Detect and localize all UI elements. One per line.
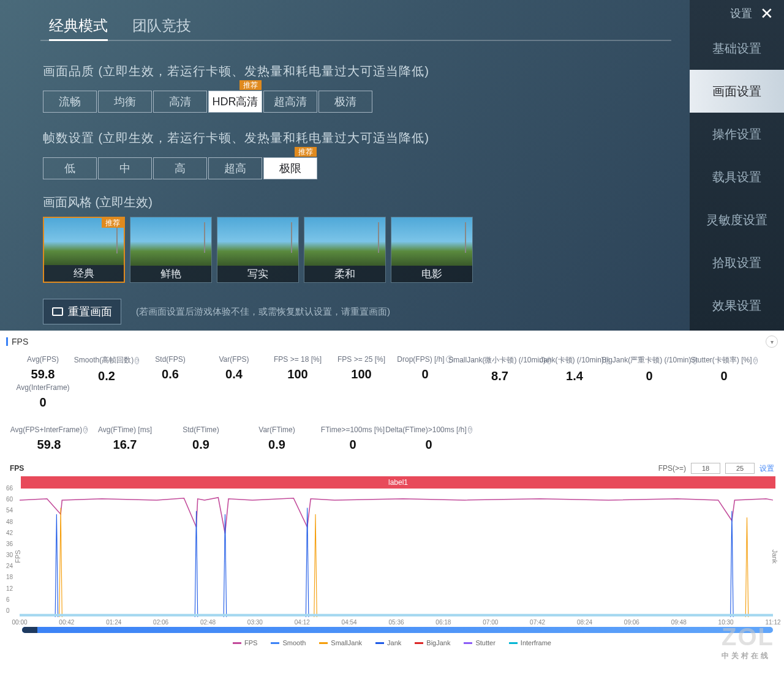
y-tick: 36 [6,541,13,547]
metric-Jankmin: Jank(卡顿) (/10min)?1.4 [543,355,606,383]
chart-legend: FPSSmoothSmallJankJankBigJankStutterInte… [6,639,778,646]
style-card-电影[interactable]: 电影 [391,217,473,283]
sidebar-item-3[interactable]: 载具设置 [690,155,784,198]
mode-tabs: 经典模式 团队竞技 [40,12,671,41]
metric-FTimems: FTime>=100ms [%]0 [315,425,391,452]
x-tick: 04:12 [295,619,310,626]
chart-settings-link[interactable]: 设置 [760,463,774,474]
style-label: 写实 [217,266,298,282]
style-card-写实[interactable]: 写实 [217,217,299,283]
x-tick: 07:00 [483,619,498,626]
fps-options: 低中高超高极限推荐 [43,157,671,179]
settings-main: 经典模式 团队竞技 画面品质 (立即生效，若运行卡顿、发热量和耗电量过大可适当降… [0,0,690,331]
sidebar-item-0[interactable]: 基础设置 [690,27,784,70]
chart-header: FPS FPS(>=) 18 25 设置 [6,463,778,474]
metric-DeltaFTimemsh: Delta(FTime)>100ms [/h]?0 [391,425,467,452]
legend-item-Interframe[interactable]: Interframe [509,639,551,646]
option-HDR高清[interactable]: HDR高清推荐 [208,91,262,113]
accent-bar [6,337,8,346]
quality-options: 流畅均衡高清HDR高清推荐超高清极清 [43,91,671,113]
y-tick: 48 [6,519,13,525]
chart-title: FPS [10,464,24,473]
x-tick: 02:06 [153,619,168,626]
option-低[interactable]: 低 [43,157,97,179]
metrics-row-1: Avg(FPS)59.8Smooth(高帧回数)?0.2Std(FPS)0.6V… [6,353,778,410]
y-tick: 0 [6,607,10,614]
game-settings-panel: 经典模式 团队竞技 画面品质 (立即生效，若运行卡顿、发热量和耗电量过大可适当降… [0,0,784,331]
recommended-tag: 推荐 [239,80,262,90]
option-中[interactable]: 中 [98,157,152,179]
x-tick: 07:42 [530,619,545,626]
help-icon[interactable]: ? [753,357,758,364]
x-tick: 05:36 [388,619,404,626]
tab-classic[interactable]: 经典模式 [49,16,108,41]
reset-button[interactable]: 重置画面 [43,299,121,324]
option-高清[interactable]: 高清 [153,91,207,113]
metric-FPS: FPS >= 18 [%]100 [266,355,330,383]
close-icon[interactable]: ✕ [758,5,775,22]
metric-AvgFPS: Avg(FPS)59.8 [11,355,75,383]
y-tick: 18 [6,574,13,580]
metric-DropFPSh: Drop(FPS) [/h]?0 [393,355,457,383]
sidebar-item-4[interactable]: 灵敏度设置 [690,198,784,241]
legend-item-SmallJank[interactable]: SmallJank [319,639,362,646]
style-label: 鲜艳 [130,266,211,282]
style-card-经典[interactable]: 经典推荐 [43,217,125,283]
sidebar-item-2[interactable]: 操作设置 [690,113,784,155]
tab-team[interactable]: 团队竞技 [132,16,191,37]
sidebar-item-5[interactable]: 拾取设置 [690,241,784,284]
metric-BigJankmin: BigJank(严重卡顿) (/10min)?0 [606,355,692,383]
option-超高[interactable]: 超高 [208,157,262,179]
option-极限[interactable]: 极限推荐 [263,157,317,179]
option-均衡[interactable]: 均衡 [98,91,152,113]
chart-svg [20,489,773,617]
legend-item-FPS[interactable]: FPS [233,639,257,646]
fps-thresh-label: FPS(>=) [658,464,686,473]
y-tick: 54 [6,507,13,514]
y-axis-left-label: FPS [14,550,21,563]
option-极清[interactable]: 极清 [318,91,372,113]
style-title: 画面风格 (立即生效) [43,194,671,211]
thresh-input-1[interactable]: 18 [691,463,720,474]
settings-sidebar: 设置 ✕ 基础设置画面设置操作设置载具设置灵敏度设置拾取设置效果设置 [690,0,784,331]
x-tick: 00:00 [12,619,27,626]
x-tick: 09:06 [624,619,639,626]
fps-chart[interactable]: FPS Jank 061218243036424854606600:0000:4… [20,489,773,617]
sidebar-header: 设置 ✕ [690,0,784,27]
reset-button-label: 重置画面 [68,304,112,319]
option-超高清[interactable]: 超高清 [263,91,317,113]
legend-item-Stutter[interactable]: Stutter [464,639,495,646]
style-label: 柔和 [304,266,385,282]
y-axis-right-label: Jank [771,549,778,563]
metric-VarFPS: Var(FPS)0.4 [202,355,266,383]
reset-hint: (若画面设置后游戏体验不佳，或需恢复默认设置，请重置画面) [136,306,390,318]
y-tick: 6 [6,596,10,603]
help-icon[interactable]: ? [468,426,472,433]
x-tick: 06:18 [435,619,451,626]
style-card-鲜艳[interactable]: 鲜艳 [130,217,212,283]
legend-item-Jank[interactable]: Jank [375,639,401,646]
option-高[interactable]: 高 [153,157,207,179]
style-preview [304,217,385,266]
collapse-icon[interactable]: ▾ [766,335,778,348]
legend-item-Smooth[interactable]: Smooth [271,639,306,646]
fps-section-header: FPS ▾ [6,334,778,353]
reset-icon [52,307,63,316]
x-tick: 08:24 [577,619,592,626]
metric-VarFTime: Var(FTime)0.9 [239,425,315,452]
quality-title: 画面品质 (立即生效，若运行卡顿、发热量和耗电量过大可适当降低) [43,63,671,80]
svg-rect-0 [20,614,773,616]
recommended-tag: 推荐 [102,218,124,228]
y-tick: 42 [6,530,13,536]
y-tick: 60 [6,496,13,503]
metric-AvgFTimems: Avg(FTime) [ms]16.7 [87,425,163,452]
metric-Stutter: Stutter(卡顿率) [%]?0 [692,355,756,383]
sidebar-item-6[interactable]: 效果设置 [690,284,784,327]
sidebar-item-1[interactable]: 画面设置 [690,70,784,113]
timeline-scrollbar[interactable] [22,627,773,633]
thresh-input-2[interactable]: 25 [725,463,755,474]
style-card-柔和[interactable]: 柔和 [304,217,386,283]
y-tick: 12 [6,585,13,592]
option-流畅[interactable]: 流畅 [43,91,97,113]
legend-item-BigJank[interactable]: BigJank [415,639,450,646]
